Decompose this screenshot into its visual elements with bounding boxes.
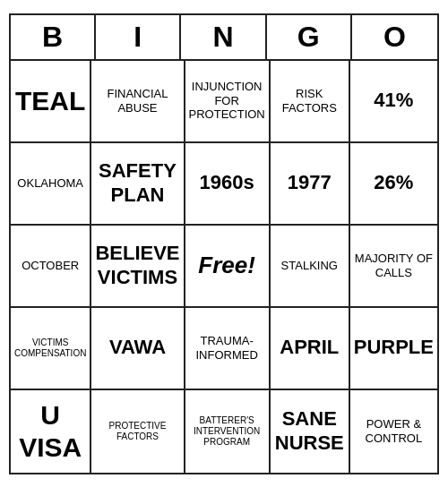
bingo-grid: TEALFINANCIAL ABUSEINJUNCTION FOR PROTEC…: [11, 61, 437, 473]
bingo-cell: MAJORITY OF CALLS: [350, 226, 437, 308]
bingo-cell: OCTOBER: [11, 226, 91, 308]
bingo-cell: BELIEVE VICTIMS: [91, 226, 185, 308]
bingo-cell: STALKING: [271, 226, 350, 308]
bingo-cell: PROTECTIVE FACTORS: [91, 390, 185, 473]
header-letter: G: [267, 15, 352, 59]
bingo-cell: TEAL: [11, 61, 91, 143]
header-letter: I: [96, 15, 181, 59]
bingo-cell: VICTIMS COMPENSATION: [11, 308, 91, 390]
bingo-header: BINGO: [11, 15, 437, 61]
bingo-cell: APRIL: [271, 308, 350, 390]
bingo-cell: POWER & CONTROL: [350, 390, 437, 473]
bingo-cell: 1977: [271, 143, 350, 226]
header-letter: N: [181, 15, 266, 59]
bingo-cell: U VISA: [11, 390, 91, 473]
bingo-cell: RISK FACTORS: [271, 61, 350, 143]
bingo-cell: 41%: [350, 61, 437, 143]
bingo-cell: VAWA: [91, 308, 185, 390]
header-letter: O: [352, 15, 437, 59]
bingo-cell: FINANCIAL ABUSE: [91, 61, 185, 143]
bingo-cell: SAFETY PLAN: [91, 143, 185, 226]
bingo-cell: PURPLE: [350, 308, 437, 390]
bingo-cell: SANE NURSE: [271, 390, 350, 473]
bingo-cell: 26%: [350, 143, 437, 226]
bingo-cell: TRAUMA-INFORMED: [185, 308, 271, 390]
header-letter: B: [11, 15, 96, 59]
bingo-cell: OKLAHOMA: [11, 143, 91, 226]
bingo-cell: Free!: [185, 226, 271, 308]
bingo-cell: BATTERER'S INTERVENTION PROGRAM: [185, 390, 271, 473]
bingo-card: BINGO TEALFINANCIAL ABUSEINJUNCTION FOR …: [9, 13, 439, 474]
bingo-cell: 1960s: [185, 143, 271, 226]
bingo-cell: INJUNCTION FOR PROTECTION: [185, 61, 271, 143]
